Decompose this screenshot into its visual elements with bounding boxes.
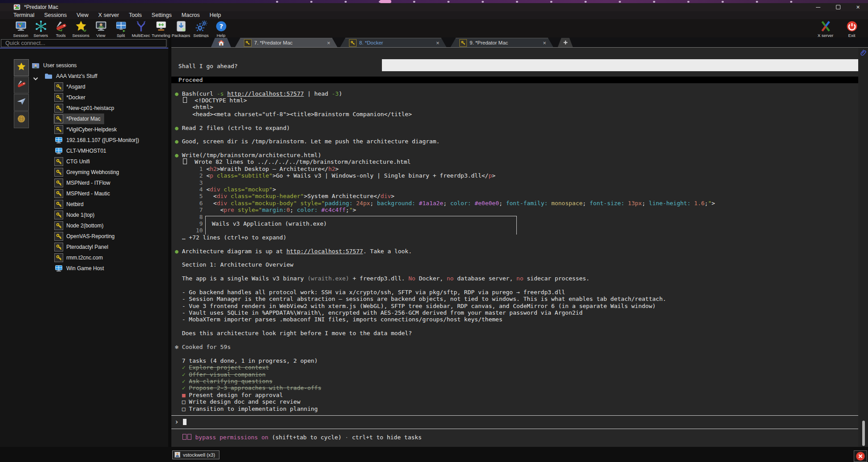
session-label: Netbird [66,201,84,207]
tab-close-icon[interactable]: × [436,40,439,46]
toolbar-sessions-button[interactable]: Sessions [71,20,91,38]
session-user-button[interactable]: vstockwell (x3) [172,450,219,459]
tab-9-predator-mac[interactable]: 9. *Predator Mac× [450,38,553,47]
session-item-netbird[interactable]: Netbird [53,199,87,210]
prompt-input-box[interactable]: › [171,415,858,429]
toolbar-packages-button[interactable]: Packages [171,20,191,38]
menu-sessions[interactable]: Sessions [44,12,67,18]
toolbar-tools-button[interactable]: Tools [51,20,71,38]
taskbar-dot [276,1,278,3]
terminal-line: □ Transition to implementation planning [171,405,858,412]
session-item-greyming-webhosting[interactable]: Greyming Webhosting [53,167,123,178]
session-item-192-168-1-107-ups-monitor[interactable]: 192.168.1.107 ([UPS-Monitor]) [53,135,142,146]
session-label: *New-cp01-heistacp [66,105,114,111]
session-label: *Asgard [66,84,85,90]
toolbar-session-button[interactable]: Session [11,20,31,38]
terminal-line: ■ Present design for approval [171,392,858,398]
toolbar-tunneling-button[interactable]: Tunneling [151,20,171,38]
terminal-cursor [183,419,187,425]
terminal-line: ✓ Ask clarifying questions [171,378,858,385]
session-item-rmm-t2cnc-com[interactable]: rmm.t2cnc.com [53,252,106,263]
session-label: User sessions [43,62,77,69]
menu-settings[interactable]: Settings [152,12,172,18]
session-item-ctg-unifi[interactable]: CTG Unifi [53,156,93,167]
toolbar-x-server-button[interactable]: X server [815,20,836,38]
tab-close-icon[interactable]: × [327,40,330,46]
tab-8-docker[interactable]: 8. *Docker× [340,38,446,47]
tab-home[interactable] [211,38,231,47]
toolbar-multiexec-button[interactable]: MultiExec [131,20,151,38]
session-item-clt-vmhost01[interactable]: CLT-VMHOST01 [53,146,110,156]
session-label: AAA Vantz's Stuff [56,73,97,79]
menu-terminal[interactable]: Terminal [13,12,34,18]
session-label: 192.168.1.107 ([UPS-Monitor]) [66,137,139,143]
toolbar-help-button[interactable]: ?Help [211,20,231,38]
quick-connect-input[interactable] [1,39,166,47]
session-item-win-game-host[interactable]: Win Game Host [53,263,108,274]
menu-help[interactable]: Help [210,12,221,18]
terminal-line: 7 tasks (4 done, 1 in progress, 2 open) [171,357,858,364]
terminal-line: <head><meta charset="utf-8"><title>Brain… [171,111,858,118]
new-tab-button[interactable] [558,38,573,47]
menu-macros[interactable]: Macros [182,12,200,18]
mobaxterm-window: *Predator Mac × TerminalSessionsViewX se… [0,0,868,462]
key-icon [54,253,63,262]
session-item-asgard[interactable]: *Asgard [53,81,89,92]
taskbar-dot [756,1,758,3]
user-icon [174,452,180,458]
paperclip-icon[interactable] [859,49,868,59]
tab-bar: 7. *Predator Mac×8. *Docker×9. *Predator… [171,37,868,48]
session-item-new-cp01-heistacp[interactable]: *New-cp01-heistacp [53,103,118,113]
session-item-node-2-bottom[interactable]: Node 2(bottom) [53,220,107,231]
taskbar-dot [584,1,587,3]
terminal-right-rail [858,48,868,447]
toolbar-split-button[interactable]: Split [111,20,131,38]
session-item-node-1-top[interactable]: Node 1(top) [53,210,98,220]
session-label: Greyming Webhosting [66,169,119,175]
terminal-line: - Vue 3 frontend renders in WebView2 wit… [171,303,858,309]
scrollbar-thumb[interactable] [862,421,865,446]
session-item-aaa-vantz-s-stuff[interactable]: AAA Vantz's Stuff [43,71,101,81]
maximize-button[interactable] [828,3,848,11]
chevron-down-icon[interactable] [33,74,38,78]
prompt-chevron: › [174,417,179,426]
session-item-docker[interactable]: *Docker [53,92,89,103]
toolbar-view-button[interactable]: View [91,20,111,38]
session-item-predator-mac[interactable]: *Predator Mac [53,113,104,124]
xserver-logo-icon [819,20,832,32]
terminal-line: ● Good, screen dir is /tmp/brainstorm. L… [171,138,858,145]
key-icon [54,243,63,251]
terminal-line: Section 1: Architecture Overview [171,261,858,268]
session-item-pterodactyl-panel[interactable]: Pterodactyl Panel [53,242,112,252]
menu-bar: TerminalSessionsViewX serverToolsSetting… [0,11,868,19]
tab-7-predator-mac[interactable]: 7. *Predator Mac× [235,38,337,47]
session-item-vigilcyber-helpdesk[interactable]: *VigilCyber-Helpdesk [53,124,120,135]
toolbar-servers-button[interactable]: Servers [31,20,51,38]
menu-view[interactable]: View [77,12,89,18]
kill-terminal-button[interactable] [854,450,867,462]
sidebar-accent-line [0,48,168,49]
terminal[interactable]: Shall I go ahead? Proceed ● Bash(curl -s… [171,48,858,447]
toolbar-exit-button[interactable]: Exit [842,20,862,38]
session-label: Pterodactyl Panel [66,244,108,250]
session-item-openvas-reporting[interactable]: OpenVAS-Reporting [53,231,118,242]
session-item-mspnerd-mautic[interactable]: MSPNerd - Mautic [53,188,114,199]
toolbar: SessionServersToolsSessionsViewSplitMult… [0,19,868,37]
session-item-mspnerd-itflow[interactable]: MSPNerd - ITFlow [53,178,114,188]
menu-x-server[interactable]: X server [98,12,119,18]
tab-close-icon[interactable]: × [543,40,546,46]
terminal-line [171,337,858,344]
taskbar-dot [790,1,792,3]
taskbar-dot [447,1,450,3]
terminal-line: - Vault uses SQLite in %APPDATA%\Wraith\… [171,309,858,316]
session-label: Node 2(bottom) [66,223,103,229]
minimize-button[interactable] [808,3,828,11]
menu-tools[interactable]: Tools [129,12,142,18]
session-item-user-sessions[interactable]: User sessions [30,60,80,71]
view-user-icon [95,20,107,32]
terminal-line: Wrote 82 lines to ../../../../tmp/brains… [171,158,858,165]
close-button[interactable]: × [848,3,868,11]
svg-text:?: ? [219,22,223,30]
key-icon [54,232,63,241]
toolbar-settings-button[interactable]: Settings [191,20,211,38]
